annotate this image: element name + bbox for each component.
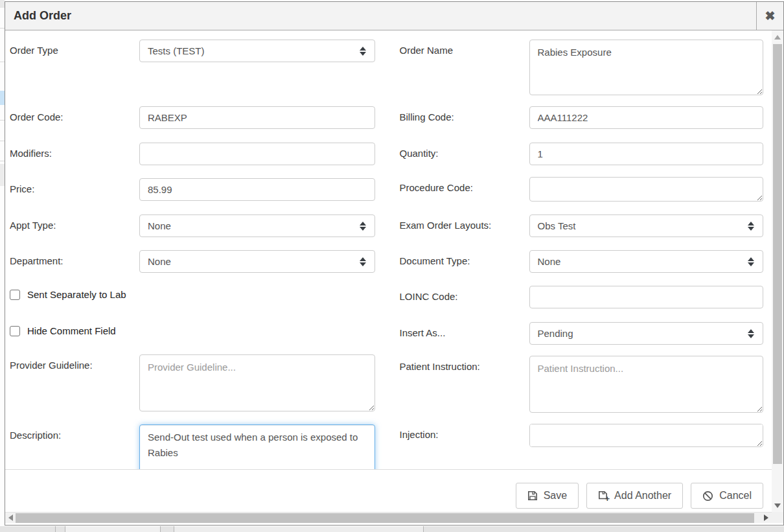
field-quantity: Quantity:	[400, 143, 764, 165]
field-insert-as: Insert As... Pending	[400, 322, 764, 345]
hide-comment-checkbox-row[interactable]: Hide Comment Field	[10, 325, 375, 336]
appt-type-select[interactable]: None	[139, 214, 375, 237]
cancel-button-label: Cancel	[719, 490, 752, 502]
plus-icon: +	[605, 494, 610, 503]
order-name-label: Order Name	[400, 40, 529, 95]
order-type-selected-value: Tests (TEST)	[148, 45, 205, 56]
field-description: Description: Send-Out test used when a p…	[10, 424, 375, 469]
order-type-label: Order Type	[10, 40, 139, 62]
cancel-icon	[702, 491, 713, 502]
description-textarea[interactable]: Send-Out test used when a person is expo…	[139, 424, 375, 469]
add-order-dialog: Add Order ✖ Order Type Tests (TEST)	[5, 1, 784, 526]
background-page-left-edge	[0, 0, 5, 532]
procedure-code-textarea[interactable]	[529, 177, 764, 202]
exam-order-layouts-label: Exam Order Layouts:	[400, 214, 529, 237]
chevron-updown-icon	[748, 329, 754, 338]
chevron-updown-icon	[360, 222, 366, 231]
field-patient-instruction: Patient Instruction:	[400, 356, 764, 413]
sent-separately-label: Sent Separately to Lab	[20, 289, 126, 300]
exam-order-layouts-selected-value: Obs Test	[538, 220, 576, 231]
price-label: Price:	[10, 178, 139, 201]
field-document-type: Document Type: None	[400, 250, 764, 273]
price-input[interactable]	[139, 178, 375, 201]
chevron-updown-icon	[748, 222, 754, 231]
field-order-name: Order Name Rabies Exposure	[400, 40, 764, 95]
close-icon: ✖	[765, 8, 776, 23]
description-label: Description:	[10, 424, 139, 469]
chevron-updown-icon	[360, 47, 366, 56]
field-modifiers: Modifiers:	[10, 143, 375, 165]
vertical-scrollbar-thumb[interactable]	[773, 44, 782, 464]
horizontal-scrollbar[interactable]	[5, 512, 772, 523]
patient-instruction-label: Patient Instruction:	[400, 356, 529, 413]
quantity-input[interactable]	[529, 143, 764, 165]
field-procedure-code: Procedure Code:	[400, 177, 764, 202]
injection-label: Injection:	[400, 424, 529, 447]
loinc-code-label: LOINC Code:	[400, 286, 529, 308]
chevron-updown-icon	[360, 257, 366, 266]
close-button[interactable]: ✖	[756, 2, 783, 30]
scroll-up-arrow-icon[interactable]	[772, 32, 783, 42]
insert-as-label: Insert As...	[400, 322, 529, 345]
billing-code-input[interactable]	[529, 106, 764, 129]
field-loinc-code: LOINC Code:	[400, 286, 764, 308]
insert-as-select[interactable]: Pending	[529, 322, 764, 345]
field-order-code: Order Code:	[10, 106, 375, 129]
dialog-title: Add Order	[5, 2, 756, 30]
scrollbar-corner	[772, 512, 783, 523]
patient-instruction-textarea[interactable]	[529, 356, 764, 413]
scroll-right-arrow-icon[interactable]	[761, 513, 771, 523]
modifiers-input[interactable]	[139, 143, 375, 165]
order-type-select[interactable]: Tests (TEST)	[139, 40, 375, 62]
insert-as-selected-value: Pending	[538, 328, 573, 339]
order-code-label: Order Code:	[10, 106, 139, 129]
order-name-textarea[interactable]: Rabies Exposure	[529, 40, 764, 95]
save-icon	[527, 491, 538, 501]
hide-comment-label: Hide Comment Field	[20, 325, 116, 336]
scroll-down-arrow-icon[interactable]	[772, 500, 783, 511]
appt-type-label: Appt Type:	[10, 214, 139, 237]
document-type-select[interactable]: None	[529, 250, 764, 273]
vertical-scrollbar[interactable]	[772, 30, 783, 512]
department-select[interactable]: None	[139, 250, 375, 273]
chevron-updown-icon	[748, 257, 754, 266]
field-injection: Injection:	[400, 424, 764, 447]
save-button[interactable]: Save	[516, 483, 579, 509]
loinc-code-input[interactable]	[529, 286, 764, 308]
order-code-input[interactable]	[139, 106, 375, 129]
background-table-edge	[0, 526, 784, 532]
provider-guideline-textarea[interactable]	[139, 354, 375, 411]
save-button-label: Save	[544, 490, 567, 502]
field-order-type: Order Type Tests (TEST)	[10, 40, 375, 62]
horizontal-scrollbar-thumb[interactable]	[16, 513, 754, 523]
exam-order-layouts-select[interactable]: Obs Test	[529, 214, 764, 237]
department-selected-value: None	[148, 256, 171, 267]
add-another-icon: +	[598, 491, 608, 501]
dialog-body: Order Type Tests (TEST) Order Code:	[5, 30, 772, 469]
document-type-selected-value: None	[538, 256, 561, 267]
sent-separately-checkbox[interactable]	[10, 290, 20, 300]
injection-textarea[interactable]	[529, 424, 764, 447]
add-another-button[interactable]: + Add Another	[586, 483, 683, 509]
add-another-button-label: Add Another	[614, 490, 671, 502]
provider-guideline-label: Provider Guideline:	[10, 354, 139, 411]
hide-comment-checkbox[interactable]	[10, 326, 20, 336]
field-price: Price:	[10, 178, 375, 201]
dialog-footer: Save + Add Another Cancel	[5, 469, 772, 512]
appt-type-selected-value: None	[148, 220, 171, 231]
field-department: Department: None	[10, 250, 375, 273]
field-exam-order-layouts: Exam Order Layouts: Obs Test	[400, 214, 764, 237]
department-label: Department:	[10, 250, 139, 273]
billing-code-label: Billing Code:	[400, 106, 529, 129]
quantity-label: Quantity:	[400, 143, 529, 165]
sent-separately-checkbox-row[interactable]: Sent Separately to Lab	[10, 289, 375, 300]
scroll-left-arrow-icon[interactable]	[5, 513, 16, 523]
procedure-code-label: Procedure Code:	[400, 177, 529, 202]
field-provider-guideline: Provider Guideline:	[10, 354, 375, 411]
field-appt-type: Appt Type: None	[10, 214, 375, 237]
dialog-header: Add Order ✖	[5, 2, 783, 30]
modifiers-label: Modifiers:	[10, 143, 139, 165]
cancel-button[interactable]: Cancel	[691, 483, 763, 509]
document-type-label: Document Type:	[400, 250, 529, 273]
field-billing-code: Billing Code:	[400, 106, 764, 129]
